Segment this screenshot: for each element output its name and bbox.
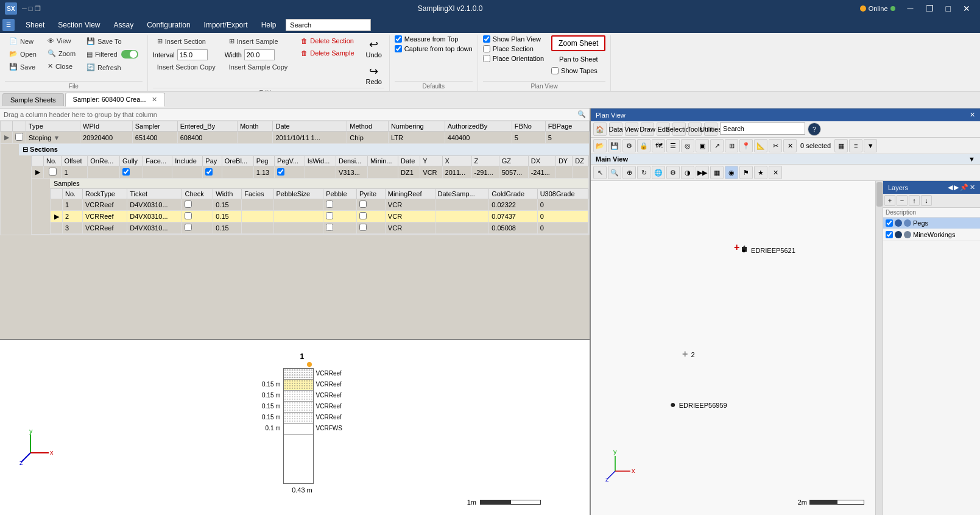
samp-col-pebblesize[interactable]: PebbleSize: [273, 189, 323, 199]
sec-col-gully[interactable]: Gully: [120, 156, 143, 166]
measure-from-top-checkbox[interactable]: [395, 35, 402, 43]
mv-x-btn[interactable]: ✕: [769, 166, 782, 179]
col-wpid[interactable]: WPId: [80, 121, 133, 132]
pv-settings-btn[interactable]: ⚙: [622, 139, 636, 152]
show-tapes-checkbox[interactable]: [551, 67, 559, 74]
sec-col-onre[interactable]: OnRe...: [88, 156, 120, 166]
layers-down-btn[interactable]: ↓: [921, 195, 932, 206]
zoom-button[interactable]: 🔍 Zoom: [43, 48, 80, 59]
menu-item-import-export[interactable]: Import/Export: [198, 20, 254, 30]
pv-delete-btn[interactable]: ✕: [783, 139, 797, 152]
close-doc-button[interactable]: ✕ Close: [43, 60, 80, 72]
pv-open-btn[interactable]: 📂: [593, 139, 607, 152]
layer-item-mineworkings[interactable]: MineWorkings: [883, 229, 980, 241]
new-button[interactable]: 📄 New: [5, 35, 41, 47]
sec-col-dy[interactable]: DY: [555, 156, 572, 166]
sections-header[interactable]: ⊟ Sections: [19, 144, 589, 155]
sec-col-x[interactable]: X: [442, 156, 471, 166]
pv-square-btn[interactable]: ▣: [696, 139, 709, 152]
maximize-button[interactable]: □: [941, 2, 956, 15]
samp-col-pyrite[interactable]: Pyrite: [356, 189, 385, 199]
layers-up-btn[interactable]: ↑: [909, 195, 920, 206]
pv-circle-btn[interactable]: ◎: [681, 139, 694, 152]
mv-active-btn[interactable]: ◉: [725, 166, 738, 179]
insert-sample-copy-button[interactable]: Insert Sample Copy: [225, 62, 292, 73]
minimize-button[interactable]: ─: [903, 2, 918, 15]
pv-table-btn[interactable]: ▦: [834, 139, 848, 152]
layer-mineworkings-checkbox[interactable]: [886, 231, 893, 238]
app-menu-icon[interactable]: ☰: [2, 19, 15, 31]
col-fbpage[interactable]: FBPage: [545, 121, 589, 132]
map-point-edrieep56959[interactable]: ● EDRIEEP56959: [670, 399, 727, 410]
tab-sampler[interactable]: Sampler: 608400 Crea... ✕: [65, 93, 165, 107]
scrollbar-thumb[interactable]: [876, 182, 883, 207]
sec-col-y[interactable]: Y: [420, 156, 442, 166]
col-month[interactable]: Month: [237, 121, 273, 132]
sec-col-date[interactable]: Date: [398, 156, 420, 166]
place-orientation-checkbox[interactable]: [483, 55, 490, 62]
sec-col-pegv[interactable]: PegV...: [275, 156, 305, 166]
refresh-button[interactable]: 🔄 Refresh: [82, 62, 143, 73]
sec-col-densi[interactable]: Densi...: [336, 156, 367, 166]
save-button[interactable]: 💾 Save: [5, 61, 41, 73]
view-button[interactable]: 👁 View: [43, 35, 80, 46]
samp-col-check[interactable]: Check: [182, 189, 213, 199]
capture-from-top-checkbox[interactable]: [395, 45, 402, 52]
saveto-button[interactable]: 💾 Save To: [82, 35, 143, 47]
samp-col-goldgrade[interactable]: GoldGrade: [489, 189, 537, 199]
sec-col-dx[interactable]: DX: [528, 156, 555, 166]
close-button[interactable]: ✕: [958, 2, 975, 15]
pv-dropdown-btn[interactable]: ▼: [864, 139, 877, 152]
mv-settings2-btn[interactable]: ⚙: [666, 166, 680, 179]
row-checkbox[interactable]: [15, 133, 23, 141]
zoom-sheet-button[interactable]: Zoom Sheet: [551, 35, 605, 51]
mv-star-btn[interactable]: ★: [754, 166, 767, 179]
grid-search-icon[interactable]: 🔍: [577, 110, 586, 118]
pan-to-sheet-button[interactable]: Pan to Sheet: [551, 52, 605, 66]
col-sampler[interactable]: Sampler: [132, 121, 177, 132]
samp-col-u308grade[interactable]: U308Grade: [537, 189, 588, 199]
map-point-edrieep5621[interactable]: ● EDRIEEP5621: [742, 247, 795, 254]
pv-grid-btn[interactable]: ⊞: [725, 139, 738, 152]
pv-selection-tab[interactable]: Selection: [672, 123, 686, 136]
tab-sample-sheets[interactable]: Sample Sheets: [2, 93, 64, 106]
pv-lock-btn[interactable]: 🔒: [637, 139, 650, 152]
pv-measure-btn[interactable]: 📐: [754, 139, 767, 152]
menu-item-assay[interactable]: Assay: [108, 20, 140, 30]
pv-help-btn[interactable]: ?: [808, 123, 821, 136]
menu-item-sheet[interactable]: Sheet: [19, 20, 51, 30]
undo-button[interactable]: ↩ Undo: [364, 35, 384, 61]
place-section-checkbox[interactable]: [483, 45, 490, 52]
samp-col-miningreef[interactable]: MiningReef: [385, 189, 435, 199]
cell-type[interactable]: Stoping ▼: [26, 132, 80, 144]
tab-close-button[interactable]: ✕: [152, 96, 157, 103]
col-type[interactable]: Type: [26, 121, 80, 132]
mv-flag-btn[interactable]: ⚑: [739, 166, 753, 179]
row-expand[interactable]: [13, 132, 26, 144]
pv-map-btn[interactable]: 🗺: [652, 139, 665, 152]
pv-pin-btn[interactable]: 📍: [739, 139, 753, 152]
samp-col-ticket[interactable]: Ticket: [127, 189, 182, 199]
menu-item-section-view[interactable]: Section View: [52, 20, 106, 30]
samp-col-rocktype[interactable]: RockType: [83, 189, 127, 199]
width-input[interactable]: [244, 49, 275, 60]
mv-zoom-fit-btn[interactable]: ⊕: [622, 166, 636, 179]
samp-col-no[interactable]: No.: [63, 189, 83, 199]
show-plan-view-checkbox[interactable]: [483, 35, 490, 43]
layers-pin-btn[interactable]: 📌: [960, 183, 968, 191]
pv-home-btn[interactable]: 🏠: [593, 123, 607, 136]
map-vertical-scrollbar[interactable]: [875, 181, 883, 515]
samp-col-width[interactable]: Width: [213, 189, 242, 199]
menu-search-input[interactable]: [286, 19, 371, 31]
restore-button[interactable]: ❐: [921, 2, 939, 15]
col-fbno[interactable]: FBNo: [512, 121, 545, 132]
pv-arrow-btn[interactable]: ↗: [710, 139, 724, 152]
layers-back-btn[interactable]: ◀: [948, 183, 953, 191]
sec-col-orebl[interactable]: OreBl...: [222, 156, 253, 166]
col-authorized-by[interactable]: AuthorizedBy: [445, 121, 512, 132]
mv-half-circle-btn[interactable]: ◑: [681, 166, 694, 179]
layers-add-btn[interactable]: +: [884, 195, 895, 206]
col-method[interactable]: Method: [347, 121, 389, 132]
pv-data-tab[interactable]: Data: [609, 123, 622, 136]
menu-item-help[interactable]: Help: [255, 20, 283, 30]
